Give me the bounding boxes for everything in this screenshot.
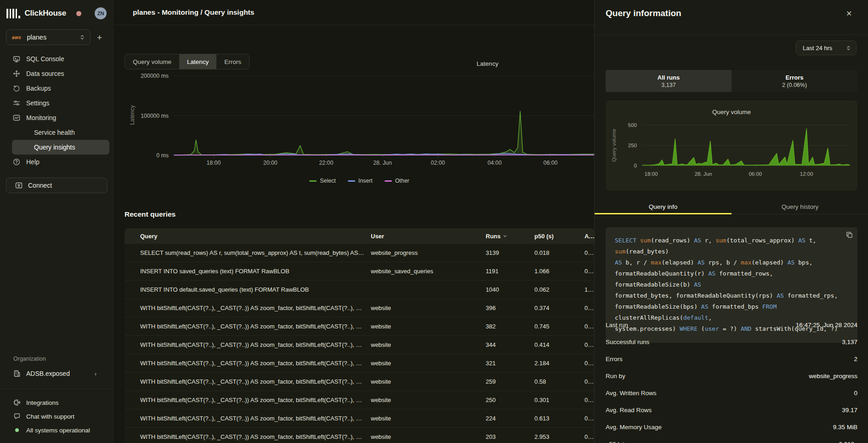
cell-avg: 0 [584, 249, 594, 256]
cell-runs: 3139 [486, 249, 534, 256]
table-row[interactable]: WITH bitShiftLeft(CAST(?..), _CAST(?..))… [125, 373, 594, 391]
stat-label: Avg. Read Rows [606, 407, 652, 414]
monitoring-icon [13, 114, 20, 121]
svg-text:22:00: 22:00 [319, 160, 333, 166]
column-avg[interactable]: Avg. [584, 233, 594, 240]
cell-runs: 344 [486, 341, 534, 348]
legend-item[interactable]: Select [309, 178, 335, 184]
legend-item[interactable]: Other [385, 178, 409, 184]
stat-row: Successful runs 3,137 [606, 334, 857, 351]
notification-dot-icon[interactable] [76, 11, 81, 16]
table-row[interactable]: WITH bitShiftLeft(CAST(?..), _CAST(?..))… [125, 336, 594, 354]
cell-user: website_progress [371, 249, 486, 256]
legend-dash-icon [309, 180, 317, 182]
sidebar-nav-label: SQL Console [26, 55, 64, 63]
legend-item[interactable]: Insert [348, 178, 373, 184]
column-user[interactable]: User [371, 233, 486, 240]
sidebar-nav-label: Data sources [26, 70, 64, 77]
connect-button[interactable]: Connect [6, 178, 108, 193]
service-name: planes [27, 34, 46, 41]
cell-avg: 0 [584, 378, 594, 385]
cell-query: WITH bitShiftLeft(CAST(?..), _CAST(?..))… [125, 341, 371, 348]
cell-user: website_saved_queries [371, 268, 486, 275]
query-volume-title: Query volume [606, 109, 857, 115]
cell-p50: 0.414 [534, 341, 584, 348]
service-selector[interactable]: aws planes [6, 29, 91, 45]
runs-tab[interactable]: All runs 3,137 [606, 70, 732, 92]
chart-legend: SelectInsertOther [125, 178, 594, 184]
close-icon[interactable]: ✕ [846, 9, 852, 18]
cell-p50: 0.018 [534, 249, 584, 256]
svg-text:04:00: 04:00 [488, 160, 502, 166]
table-row[interactable]: WITH bitShiftLeft(CAST(?..), _CAST(?..))… [125, 391, 594, 409]
table-row[interactable]: WITH bitShiftLeft(CAST(?..), _CAST(?..))… [125, 428, 594, 443]
cell-p50: 0.745 [534, 323, 584, 330]
sidebar-nav-item[interactable]: Service health [12, 125, 109, 140]
sidebar-nav-item[interactable]: Backups [12, 81, 109, 96]
time-range-select[interactable]: Last 24 hrs [796, 40, 857, 55]
cell-user: website [371, 360, 486, 367]
cell-p50: 1.066 [534, 268, 584, 275]
legend-label: Select [320, 178, 335, 184]
copy-icon[interactable] [846, 231, 853, 238]
sidebar-nav-item[interactable]: Monitoring [12, 110, 109, 125]
runs-tab[interactable]: Errors 2 (0.06%) [732, 70, 857, 92]
table-row[interactable]: INSERT INTO default.saved_queries (text)… [125, 281, 594, 299]
table-row[interactable]: WITH bitShiftLeft(CAST(?..), _CAST(?..))… [125, 299, 594, 317]
cell-avg: 0 [584, 323, 594, 330]
avatar[interactable]: ZN [95, 7, 107, 19]
sidebar-footer-item[interactable]: Integrations [13, 396, 113, 409]
sidebar-nav-label: Monitoring [26, 114, 56, 121]
table-row[interactable]: SELECT sum(read_rows) AS r, sum(total_ro… [125, 244, 594, 262]
column-query[interactable]: Query [125, 233, 371, 240]
column-p50[interactable]: p50 (s) [534, 233, 584, 240]
sidebar-nav-label: Help [26, 158, 40, 166]
stat-value: 3,137 [842, 339, 857, 345]
cell-user: website [371, 378, 486, 385]
stat-value: 16:47:25, Jun 28 2024 [796, 322, 857, 328]
sidebar-nav-item[interactable]: Help [12, 155, 109, 169]
svg-text:28. Jun: 28. Jun [695, 171, 712, 177]
cell-user: website [371, 433, 486, 440]
info-tab[interactable]: Query history [732, 200, 868, 214]
sidebar-nav-item[interactable]: Query insights [12, 140, 109, 155]
stat-label: Successful runs [606, 339, 649, 345]
cell-query: INSERT INTO saved_queries (text) FORMAT … [125, 268, 371, 275]
sidebar-footer-item[interactable]: Chat with support [13, 409, 113, 423]
organization-section-label: Organization [13, 356, 113, 362]
sidebar-nav-item[interactable]: SQL Console [12, 52, 109, 66]
query-information-panel: Query information ✕ Last 24 hrs All runs… [594, 0, 868, 443]
cell-p50: 2.953 [534, 433, 584, 440]
table-row[interactable]: WITH bitShiftLeft(CAST(?..), _CAST(?..))… [125, 409, 594, 428]
cell-runs: 396 [486, 305, 534, 311]
svg-text:20:00: 20:00 [263, 160, 278, 166]
table-row[interactable]: WITH bitShiftLeft(CAST(?..), _CAST(?..))… [125, 354, 594, 373]
svg-text:100000 ms: 100000 ms [141, 113, 169, 119]
info-tab[interactable]: Query info [595, 200, 732, 214]
stat-label: p50 latency [606, 441, 637, 443]
sidebar-footer-item[interactable]: All systems operational [13, 423, 113, 437]
sidebar-nav-label: Service health [34, 129, 75, 136]
legend-label: Insert [358, 178, 373, 184]
add-service-button[interactable]: + [97, 33, 102, 42]
cell-p50: 0.58 [534, 378, 584, 385]
sidebar-nav-item[interactable]: Data sources [12, 66, 109, 81]
query-volume-chart-svg[interactable]: 500250018:0028. Jun06:0012:00Query volum… [606, 118, 857, 184]
column-runs[interactable]: Runs [486, 233, 534, 240]
organization-item[interactable]: ADSB.exposed › [13, 366, 109, 381]
table-row[interactable]: INSERT INTO saved_queries (text) FORMAT … [125, 262, 594, 281]
recent-queries-title: Recent queries [125, 210, 176, 219]
sidebar-nav-item[interactable]: Settings [12, 96, 109, 110]
sidebar: ClickHouse ZN aws planes + SQL Console D… [0, 0, 113, 443]
cell-runs: 224 [486, 415, 534, 422]
info-tabs: Query info Query history [595, 200, 868, 214]
stat-row: Run by website_progress [606, 368, 857, 385]
stat-label: Avg. Written Rows [606, 390, 657, 397]
backups-icon [13, 85, 20, 92]
table-row[interactable]: WITH bitShiftLeft(CAST(?..), _CAST(?..))… [125, 317, 594, 336]
sidebar-footer: Integrations Chat with support All syste… [0, 396, 113, 443]
latency-chart-svg[interactable]: 200000 ms100000 ms0 ms18:0020:0022:0028.… [125, 55, 594, 177]
connect-label: Connect [28, 182, 52, 189]
svg-text:200000 ms: 200000 ms [141, 73, 169, 79]
legend-label: Other [395, 178, 409, 184]
